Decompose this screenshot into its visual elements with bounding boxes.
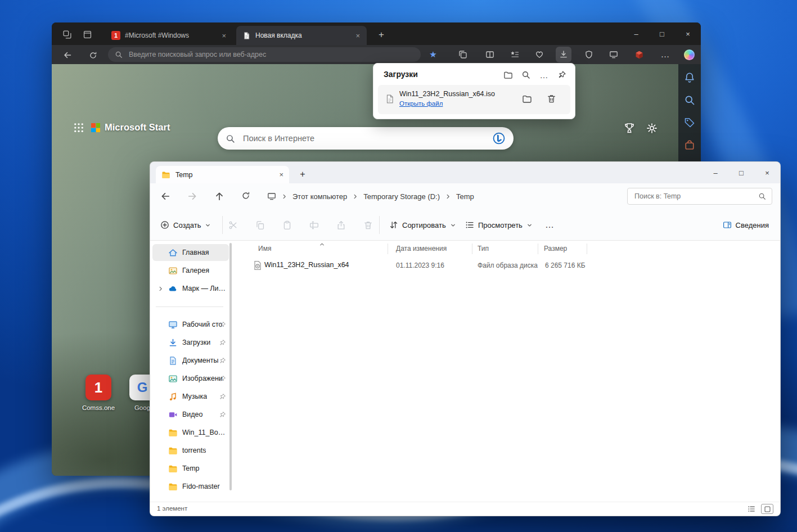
close-button[interactable]: × [754,162,780,183]
breadcrumb-this-pc[interactable]: Этот компьютер [292,192,347,201]
explorer-search-input[interactable] [633,192,754,201]
downloads-more-icon[interactable]: … [539,70,549,80]
desktop-icon-comss[interactable]: 1 Comss.one [80,375,116,411]
breadcrumb-folder[interactable]: Temp [456,192,474,201]
refresh-icon[interactable] [85,48,100,62]
new-tab-button[interactable]: + [295,167,310,182]
sidebar-item-temp[interactable]: Temp [152,460,229,477]
web-search-input[interactable] [242,133,485,143]
open-file-link[interactable]: Открыть файл [399,100,443,107]
view-button[interactable]: Просмотреть [465,217,533,233]
web-search-box[interactable] [218,127,514,150]
up-icon[interactable] [214,191,224,201]
column-divider[interactable] [388,244,388,254]
favorites-star-icon[interactable]: ★ [425,47,441,62]
tab-microsoft-windows[interactable]: 1 #Microsoft #Windows × [106,26,233,45]
forward-icon[interactable] [187,191,197,201]
details-pane-button[interactable]: Сведения [723,217,769,233]
breadcrumb-drive[interactable]: Temporary Storage (D:) [363,192,440,201]
pin-downloads-icon[interactable] [557,70,567,80]
delete-icon[interactable] [361,218,375,232]
sidebar-search-icon[interactable] [684,94,695,106]
sidebar-item-downloads[interactable]: Загрузки [152,334,229,351]
browser-essentials-icon[interactable] [532,47,547,62]
column-divider[interactable] [587,244,587,254]
address-bar[interactable] [108,47,421,62]
minimize-button[interactable]: – [703,162,728,183]
details-panel-icon [723,220,732,229]
tab-close-icon[interactable]: × [354,31,361,40]
explorer-search-box[interactable] [627,188,772,205]
copy-icon[interactable] [253,218,267,232]
sidebar-item-pictures[interactable]: Изображени [152,370,229,387]
settings-more-icon[interactable]: … [658,47,673,62]
download-item[interactable]: Win11_23H2_Russian_x64.iso Открыть файл [378,85,570,114]
column-header-type[interactable]: Тип [478,245,489,253]
tab-close-icon[interactable]: × [279,170,283,179]
sidebar-scrollbar[interactable] [229,243,232,490]
column-header-name[interactable]: Имя [258,245,271,253]
close-button[interactable]: × [675,22,701,45]
downloads-icon[interactable] [556,47,571,62]
sidebar-item-home[interactable]: Главная [152,244,229,261]
sidebar-item-torrents[interactable]: torrents [152,442,229,459]
new-tab-button[interactable]: + [375,28,388,42]
address-input[interactable] [128,50,414,59]
bell-icon[interactable] [684,72,695,83]
tab-new-tab[interactable]: Новая вкладка × [236,26,367,45]
refresh-icon[interactable] [241,191,251,201]
workspaces-icon[interactable] [61,28,73,40]
file-row[interactable]: Win11_23H2_Russian_x64 01.11.2023 9:16 Ф… [232,258,776,273]
maximize-button[interactable]: □ [728,162,754,183]
sidebar-item-onedrive[interactable]: Марк — Лично [152,280,229,297]
breadcrumb: Этот компьютер Temporary Storage (D:) Te… [267,187,474,205]
extension-red-cube-icon[interactable] [631,47,647,62]
column-divider[interactable] [472,244,472,254]
column-header-size[interactable]: Размер [544,245,567,253]
explorer-tab-temp[interactable]: Temp × [156,166,289,183]
rename-icon[interactable] [307,218,321,232]
back-icon[interactable] [60,48,75,62]
column-divider[interactable] [538,244,538,254]
sidebar-item-desktop[interactable]: Рабочий сто [152,316,229,333]
sidebar-item-music[interactable]: Музыка [152,388,229,405]
sort-button[interactable]: Сортировать [389,217,456,233]
toolbar-more-icon[interactable]: … [545,217,554,233]
paste-icon[interactable] [280,218,294,232]
extension-monitor-icon[interactable] [606,47,622,62]
open-downloads-folder-icon[interactable] [503,70,513,80]
tab-actions-icon[interactable] [81,28,93,40]
search-downloads-icon[interactable] [521,70,531,80]
column-header-modified[interactable]: Дата изменения [396,245,447,253]
shopping-bag-icon[interactable] [684,139,695,151]
sidebar-item-documents[interactable]: Документы [152,352,229,369]
extension-shield-icon[interactable] [581,47,597,62]
favorites-list-icon[interactable] [507,47,523,62]
sidebar-item-gallery[interactable]: Галерея [152,262,229,279]
delete-download-icon[interactable] [547,94,558,105]
maximize-button[interactable]: □ [649,22,675,45]
split-screen-icon[interactable] [482,47,498,62]
share-icon[interactable] [334,218,348,232]
sidebar-item-fido-master[interactable]: Fido-master [152,478,229,495]
tab-close-icon[interactable]: × [220,31,227,40]
sort-icon [389,220,398,229]
details-view-icon[interactable] [745,504,758,514]
copilot-icon[interactable] [681,47,697,62]
folder-icon [168,428,178,438]
new-button[interactable]: Создать [160,217,211,233]
back-icon[interactable] [160,191,170,201]
minimize-button[interactable]: – [623,22,649,45]
rewards-trophy-icon[interactable] [623,122,636,134]
page-settings-gear-icon[interactable] [646,122,658,134]
app-launcher-grid-icon[interactable] [73,122,84,133]
sidebar-item-win11-boot[interactable]: Win_11_Boot_A [152,424,229,441]
show-in-folder-icon[interactable] [522,94,533,105]
large-icons-view-icon[interactable] [761,504,773,514]
microsoft-start-brand[interactable]: Microsoft Start [105,122,170,133]
cut-icon[interactable] [226,218,240,232]
collections-icon[interactable] [455,47,471,62]
sidebar-item-videos[interactable]: Видео [152,406,229,423]
chevron-right-icon[interactable] [157,286,164,292]
shopping-tag-icon[interactable] [684,117,695,128]
